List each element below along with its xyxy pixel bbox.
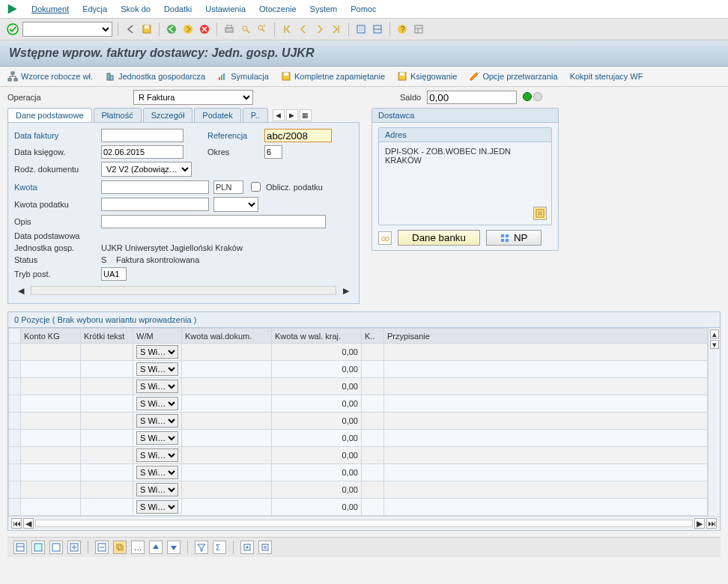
- cell-krotki-tekst[interactable]: [81, 378, 133, 395]
- wm-combo[interactable]: S Wi…: [136, 362, 178, 376]
- row-selector[interactable]: [9, 378, 21, 395]
- menu-skok-do[interactable]: Skok do: [121, 4, 151, 13]
- cell-kwota-kraj[interactable]: 0,00: [272, 361, 362, 378]
- action-jednostka-gospodarcza[interactable]: Jednostka gospodarcza: [105, 71, 205, 82]
- find-next-icon[interactable]: +: [255, 22, 269, 36]
- wm-combo[interactable]: S Wi…: [136, 448, 178, 462]
- menu-dodatki[interactable]: Dodatki: [164, 4, 192, 13]
- grid-scroll-up-icon[interactable]: ▴: [710, 329, 719, 338]
- cell-k[interactable]: [362, 378, 384, 395]
- vendor-info-button[interactable]: [378, 231, 392, 245]
- col-k[interactable]: K..: [362, 329, 384, 344]
- col-kwota-kraj[interactable]: Kwota w wal. kraj.: [272, 329, 362, 344]
- table-row[interactable]: S Wi…0,00: [9, 378, 708, 395]
- cell-przypisanie[interactable]: [384, 361, 708, 378]
- cell-przypisanie[interactable]: [384, 378, 708, 395]
- exit-icon[interactable]: [181, 22, 195, 36]
- cell-konto-kg[interactable]: [21, 430, 81, 447]
- bt-copy-icon[interactable]: [113, 541, 127, 554]
- grid-first-col-icon[interactable]: ⏮: [11, 518, 22, 529]
- cell-k[interactable]: [362, 413, 384, 430]
- cell-krotki-tekst[interactable]: [81, 344, 133, 361]
- tab-list-icon[interactable]: ▦: [300, 109, 312, 121]
- cell-przypisanie[interactable]: [384, 464, 708, 481]
- cell-krotki-tekst[interactable]: [81, 464, 133, 481]
- nav-back-icon[interactable]: [165, 22, 178, 36]
- row-selector[interactable]: [9, 413, 21, 430]
- bt-deselect-all-icon[interactable]: [49, 541, 63, 554]
- bt-delete-row-icon[interactable]: [95, 541, 109, 554]
- table-row[interactable]: S Wi…0,00: [9, 499, 708, 516]
- cell-kwota-kraj[interactable]: 0,00: [272, 481, 362, 499]
- tax-amount-field[interactable]: [101, 198, 209, 211]
- bt-total-icon[interactable]: Σ: [213, 541, 226, 554]
- tab-scroll-right[interactable]: ▶: [286, 109, 298, 121]
- cell-wm[interactable]: S Wi…: [133, 344, 182, 361]
- bt-filter-icon[interactable]: [195, 541, 208, 554]
- entry-mode-field[interactable]: [101, 267, 127, 281]
- cell-konto-kg[interactable]: [21, 413, 81, 430]
- prev-page-icon[interactable]: [297, 22, 310, 36]
- cell-krotki-tekst[interactable]: [81, 413, 133, 430]
- first-page-icon[interactable]: [280, 22, 294, 36]
- cell-krotki-tekst[interactable]: [81, 499, 133, 516]
- bt-select-all-icon[interactable]: [31, 541, 45, 554]
- cell-k[interactable]: [362, 499, 384, 516]
- new-session-icon[interactable]: [354, 22, 368, 36]
- col-konto-kg[interactable]: Konto KG: [21, 329, 81, 344]
- cell-przypisanie[interactable]: [384, 430, 708, 447]
- wm-combo[interactable]: S Wi…: [136, 431, 178, 445]
- cell-krotki-tekst[interactable]: [81, 481, 133, 499]
- cell-kwota-kraj[interactable]: 0,00: [272, 378, 362, 395]
- save-icon[interactable]: [140, 22, 154, 36]
- panel-scrollbar[interactable]: [31, 286, 336, 295]
- cell-wm[interactable]: S Wi…: [133, 499, 182, 516]
- cell-k[interactable]: [362, 447, 384, 464]
- tab-platnosc[interactable]: Płatność: [94, 108, 142, 122]
- cell-kwota-kraj[interactable]: 0,00: [272, 344, 362, 361]
- action-opcje-przetwarzania[interactable]: Opcje przetwarzania: [469, 71, 557, 82]
- operation-combo[interactable]: R Faktura: [133, 90, 253, 105]
- cell-kwota-kraj[interactable]: 0,00: [272, 430, 362, 447]
- bt-sort-desc-icon[interactable]: [167, 541, 181, 554]
- cancel-icon[interactable]: [198, 22, 211, 36]
- last-page-icon[interactable]: [330, 22, 343, 36]
- table-row[interactable]: S Wi…0,00: [9, 344, 708, 361]
- tab-scroll-left[interactable]: ◀: [273, 109, 285, 121]
- wm-combo[interactable]: S Wi…: [136, 414, 178, 428]
- cell-przypisanie[interactable]: [384, 395, 708, 413]
- amount-field[interactable]: [101, 180, 209, 194]
- table-row[interactable]: S Wi…0,00: [9, 481, 708, 499]
- action-ksiegowanie[interactable]: Księgowanie: [397, 71, 457, 82]
- address-details-button[interactable]: [533, 207, 547, 220]
- cell-konto-kg[interactable]: [21, 361, 81, 378]
- cell-przypisanie[interactable]: [384, 344, 708, 361]
- cell-k[interactable]: [362, 464, 384, 481]
- cell-kwota-dokum[interactable]: [182, 395, 272, 413]
- menu-system[interactable]: System: [310, 4, 338, 13]
- tab-more[interactable]: P..: [243, 108, 268, 122]
- cell-konto-kg[interactable]: [21, 344, 81, 361]
- tab-szczegol[interactable]: Szczegół: [143, 108, 193, 122]
- cell-kwota-dokum[interactable]: [182, 447, 272, 464]
- row-selector[interactable]: [9, 395, 21, 413]
- bt-layout-icon[interactable]: [13, 541, 27, 554]
- layout-icon[interactable]: [412, 22, 425, 36]
- table-row[interactable]: S Wi…0,00: [9, 361, 708, 378]
- cell-konto-kg[interactable]: [21, 481, 81, 499]
- cell-konto-kg[interactable]: [21, 447, 81, 464]
- cell-przypisanie[interactable]: [384, 481, 708, 499]
- calc-tax-checkbox[interactable]: [251, 182, 261, 192]
- cell-krotki-tekst[interactable]: [81, 395, 133, 413]
- cell-krotki-tekst[interactable]: [81, 430, 133, 447]
- bt-insert-row-icon[interactable]: [67, 541, 81, 554]
- menu-dokument[interactable]: Dokument: [31, 4, 69, 13]
- invoice-date-field[interactable]: [101, 129, 183, 142]
- row-selector[interactable]: [9, 361, 21, 378]
- menu-ustawienia[interactable]: Ustawienia: [205, 4, 246, 13]
- row-selector[interactable]: [9, 344, 21, 361]
- cell-kwota-kraj[interactable]: 0,00: [272, 447, 362, 464]
- cell-k[interactable]: [362, 361, 384, 378]
- tab-podatek[interactable]: Podatek: [194, 108, 240, 122]
- find-icon[interactable]: [239, 22, 252, 36]
